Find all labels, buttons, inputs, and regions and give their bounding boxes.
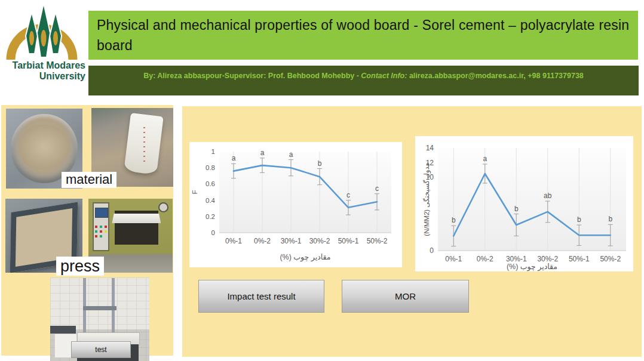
- svg-text:c: c: [346, 191, 350, 199]
- press-label: press: [56, 257, 104, 276]
- cup-scale-marks: [143, 127, 145, 162]
- material-label: material: [62, 172, 116, 188]
- svg-text:b: b: [608, 215, 612, 223]
- svg-text:50%-2: 50%-2: [367, 237, 388, 245]
- press-tray: [112, 214, 161, 223]
- university-logo: Tarbiat Modares University: [4, 1, 87, 85]
- svg-text:50%-2: 50%-2: [600, 255, 621, 263]
- impact-chart: 00.20.40.60.810%-10%-230%-130%-250%-150%…: [189, 142, 402, 267]
- svg-text:0.8: 0.8: [206, 164, 215, 171]
- press-screen: [95, 208, 108, 218]
- test-crosshead: [83, 306, 116, 310]
- svg-text:c: c: [375, 184, 379, 193]
- svg-text:0.4: 0.4: [206, 197, 216, 204]
- svg-text:ab: ab: [544, 192, 552, 200]
- mor-chart: 01012140%-10%-230%-130%-250%-150%-2babab…: [415, 136, 633, 271]
- contact-info-label: Contact Info:: [361, 72, 407, 80]
- svg-text:30%-1: 30%-1: [281, 237, 302, 245]
- svg-text:b: b: [318, 159, 322, 168]
- svg-text:50%-1: 50%-1: [338, 237, 359, 245]
- svg-text:b: b: [514, 205, 519, 213]
- impact-test-result-button[interactable]: Impact test result: [198, 280, 324, 313]
- svg-text:a: a: [483, 155, 487, 163]
- author-bar: By: Alireza abbaspour-Supervisor: Prof. …: [88, 66, 639, 95]
- byline-text: By: Alireza abbaspour-Supervisor: Prof. …: [143, 72, 361, 80]
- svg-text:F: F: [191, 190, 198, 194]
- svg-text:0%-1: 0%-1: [225, 237, 242, 245]
- svg-text:0.6: 0.6: [206, 180, 215, 187]
- svg-text:50%-1: 50%-1: [569, 255, 590, 263]
- svg-text:مقادیر چوب (%): مقادیر چوب (%): [507, 263, 557, 271]
- svg-text:b: b: [452, 216, 456, 224]
- test-button[interactable]: test: [71, 341, 131, 358]
- press-gauge: [158, 202, 168, 212]
- logo-trees: [26, 3, 62, 57]
- mor-button[interactable]: MOR: [342, 280, 469, 313]
- svg-text:b: b: [577, 215, 581, 224]
- svg-text:0: 0: [211, 229, 215, 236]
- lab-bench: [50, 326, 76, 334]
- results-panel: 00.20.40.60.810%-10%-230%-130%-250%-150%…: [182, 106, 642, 357]
- svg-text:a: a: [232, 154, 236, 162]
- logo-text-line1: Tarbiat Modares: [13, 60, 86, 70]
- contact-info-value: alireza.abbaspor@modares.ac.ir, +98 9117…: [407, 72, 583, 80]
- photo-panel: material press test: [1, 105, 173, 356]
- svg-text:0: 0: [430, 246, 434, 255]
- poster: { "header": { "logo": { "line1": "Tarbia…: [0, 0, 644, 361]
- svg-text:30%-2: 30%-2: [309, 237, 330, 245]
- svg-text:30%-1: 30%-1: [506, 255, 527, 263]
- svg-text:30%-2: 30%-2: [537, 255, 558, 263]
- poster-title: Physical and mechanical properties of wo…: [88, 11, 638, 60]
- svg-text:0%-1: 0%-1: [445, 255, 462, 263]
- svg-text:مقادیر چوب (%): مقادیر چوب (%): [280, 253, 330, 262]
- svg-text:1: 1: [211, 148, 215, 155]
- svg-text:14: 14: [426, 144, 434, 152]
- svg-text:مدول گسیختگی (N/MM2): مدول گسیختگی (N/MM2): [422, 162, 431, 236]
- press-buttons: [95, 226, 97, 228]
- svg-text:a: a: [289, 150, 293, 159]
- logo-text-line2: University: [39, 71, 85, 81]
- svg-text:0.2: 0.2: [206, 213, 215, 220]
- svg-text:a: a: [260, 149, 265, 157]
- svg-text:0%-2: 0%-2: [254, 237, 271, 245]
- svg-text:0%-2: 0%-2: [477, 255, 493, 263]
